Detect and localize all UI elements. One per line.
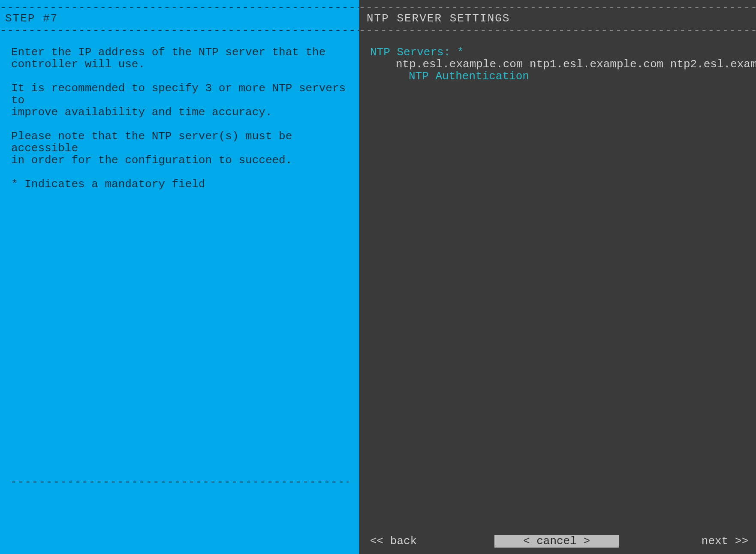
nav-bar: << back < cancel > next >> <box>359 533 756 550</box>
help-text-2: It is recommended to specify 3 or more N… <box>11 82 348 118</box>
ntp-servers-label: NTP Servers: * <box>370 46 752 58</box>
panel-title: NTP SERVER SETTINGS <box>367 12 510 25</box>
help-text-3: Please note that the NTP server(s) must … <box>11 130 348 166</box>
divider: ----------------------------------------… <box>0 1 359 9</box>
next-button[interactable]: next >> <box>702 535 748 548</box>
back-button[interactable]: << back <box>370 535 417 548</box>
left-help-panel: ----------------------------------------… <box>0 0 359 554</box>
step-title: STEP #7 <box>5 12 58 25</box>
cancel-button[interactable]: < cancel > <box>494 535 619 548</box>
help-text-1: Enter the IP address of the NTP server t… <box>11 46 348 70</box>
divider: ----------------------------------------… <box>359 24 756 33</box>
divider: ----------------------------------------… <box>359 1 756 9</box>
ntp-servers-input[interactable]: ntp.esl.example.com ntp1.esl.example.com… <box>370 58 752 70</box>
divider: ----------------------------------------… <box>10 476 349 484</box>
divider: ----------------------------------------… <box>0 24 359 33</box>
right-form-panel: ----------------------------------------… <box>359 0 756 554</box>
mandatory-note: * Indicates a mandatory field <box>11 178 348 190</box>
ntp-authentication-button[interactable]: NTP Authentication <box>370 70 752 82</box>
